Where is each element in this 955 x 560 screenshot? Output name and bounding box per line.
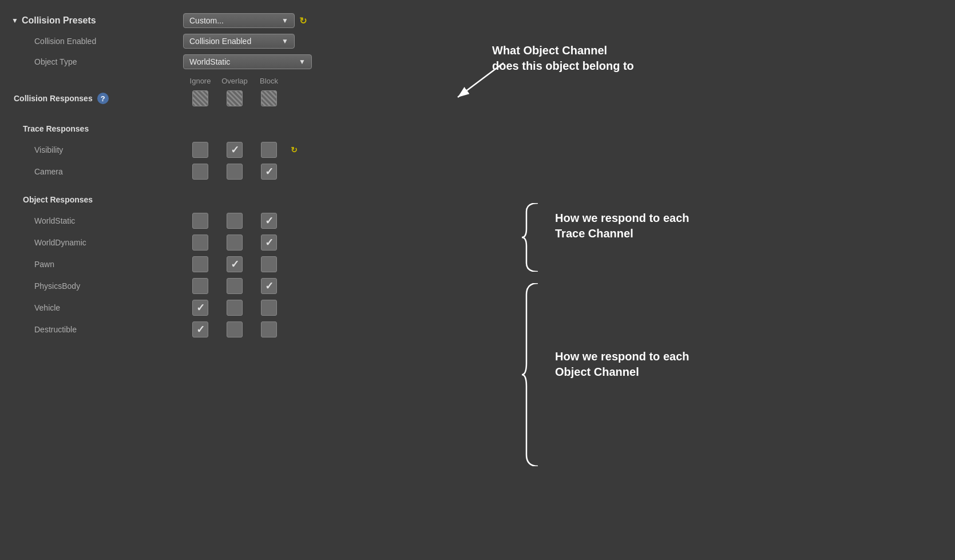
destructible-ignore-checkbox[interactable] [192,321,208,337]
col-header-overlap: Overlap [217,77,252,85]
object-channel-annotation-text2: How we respond to each Object Channel [555,349,689,380]
visibility-checkbox-group [183,142,286,158]
collision-responses-overlap-checkbox[interactable] [227,90,243,106]
pawn-ignore-checkbox[interactable] [192,256,208,272]
visibility-block-cell [252,142,286,158]
object-type-dropdown-value: WorldStatic [189,57,230,66]
visibility-block-checkbox[interactable] [261,142,277,158]
object-type-row: Object Type WorldStatic ▼ [0,51,561,72]
triangle-icon: ▼ [11,17,18,25]
destructible-checkboxes [183,321,286,337]
spacer2 [0,182,561,189]
object-type-dropdown[interactable]: WorldStatic ▼ [183,54,312,69]
worlddynamic-overlap-cell [217,235,252,251]
pawn-block-cell [252,256,286,272]
worldstatic-block-checkbox[interactable] [261,213,277,229]
collision-enabled-dropdown-arrow: ▼ [282,37,288,45]
camera-block-cell [252,164,286,180]
vehicle-checkbox-group [183,300,286,316]
collision-responses-block-checkbox[interactable] [261,90,277,106]
camera-overlap-cell [217,164,252,180]
visibility-ignore-checkbox[interactable] [192,142,208,158]
camera-overlap-checkbox[interactable] [227,164,243,180]
destructible-checkbox-group [183,321,286,337]
collision-enabled-label: Collision Enabled [0,37,183,46]
pawn-label: Pawn [0,260,183,269]
collision-responses-block-cell [252,90,286,106]
worldstatic-overlap-cell [217,213,252,229]
destructible-block-cell [252,321,286,337]
physicsbody-row: PhysicsBody [0,275,561,297]
worlddynamic-ignore-checkbox[interactable] [192,235,208,251]
visibility-overlap-cell [217,142,252,158]
vehicle-ignore-checkbox[interactable] [192,300,208,316]
presets-reset-icon[interactable]: ↻ [299,15,307,26]
camera-ignore-checkbox[interactable] [192,164,208,180]
physicsbody-block-cell [252,278,286,294]
visibility-checkboxes: ↻ [183,142,298,158]
physicsbody-label: PhysicsBody [0,281,183,291]
vehicle-overlap-cell [217,300,252,316]
collision-presets-row: ▼ Collision Presets Custom... ▼ ↻ [0,10,561,31]
physicsbody-overlap-checkbox[interactable] [227,278,243,294]
vehicle-block-checkbox[interactable] [261,300,277,316]
collision-responses-ignore-cell [183,90,217,106]
camera-checkbox-group [183,164,286,180]
camera-label: Camera [0,167,183,176]
collision-responses-help-icon[interactable]: ? [97,93,109,104]
vehicle-checkboxes [183,300,286,316]
worldstatic-label: WorldStatic [0,216,183,225]
pawn-checkbox-group [183,256,286,272]
vehicle-ignore-cell [183,300,217,316]
spacer1 [0,109,561,118]
visibility-ignore-cell [183,142,217,158]
destructible-overlap-cell [217,321,252,337]
collision-responses-overlap-cell [217,90,252,106]
vehicle-block-cell [252,300,286,316]
worldstatic-checkbox-group [183,213,286,229]
col-header-block: Block [252,77,286,85]
collision-responses-checkboxes [183,90,286,106]
destructible-ignore-cell [183,321,217,337]
collision-enabled-dropdown[interactable]: Collision Enabled ▼ [183,34,295,49]
worldstatic-row: WorldStatic [0,210,561,232]
worlddynamic-ignore-cell [183,235,217,251]
worlddynamic-overlap-checkbox[interactable] [227,235,243,251]
worldstatic-overlap-checkbox[interactable] [227,213,243,229]
worlddynamic-block-cell [252,235,286,251]
worlddynamic-block-checkbox[interactable] [261,235,277,251]
presets-dropdown[interactable]: Custom... ▼ [183,13,295,28]
physicsbody-overlap-cell [217,278,252,294]
destructible-block-checkbox[interactable] [261,321,277,337]
camera-checkboxes [183,164,286,180]
physicsbody-ignore-checkbox[interactable] [192,278,208,294]
collision-presets-content: Custom... ▼ ↻ [183,13,307,28]
destructible-overlap-checkbox[interactable] [227,321,243,337]
worldstatic-ignore-checkbox[interactable] [192,213,208,229]
physicsbody-block-checkbox[interactable] [261,278,277,294]
col-header-group: Ignore Overlap Block [183,77,286,85]
collision-responses-ignore-checkbox[interactable] [192,90,208,106]
worldstatic-checkboxes [183,213,286,229]
trace-channel-annotation-text: How we respond to each Trace Channel [555,211,689,241]
collapse-arrow[interactable]: ▼ Collision Presets [0,15,183,26]
vehicle-overlap-checkbox[interactable] [227,300,243,316]
destructible-label: Destructible [0,325,183,334]
physicsbody-ignore-cell [183,278,217,294]
pawn-block-checkbox[interactable] [261,256,277,272]
camera-row: Camera [0,161,561,182]
visibility-reset-icon[interactable]: ↻ [291,145,298,154]
destructible-row: Destructible [0,319,561,340]
worldstatic-ignore-cell [183,213,217,229]
visibility-overlap-checkbox[interactable] [227,142,243,158]
pawn-ignore-cell [183,256,217,272]
worldstatic-block-cell [252,213,286,229]
worlddynamic-checkboxes [183,235,286,251]
physicsbody-checkboxes [183,278,286,294]
trace-responses-row: Trace Responses [0,118,561,139]
collision-responses-label: Collision Responses [14,94,93,103]
worlddynamic-checkbox-group [183,235,286,251]
presets-dropdown-value: Custom... [189,16,224,25]
camera-block-checkbox[interactable] [261,164,277,180]
pawn-overlap-checkbox[interactable] [227,256,243,272]
